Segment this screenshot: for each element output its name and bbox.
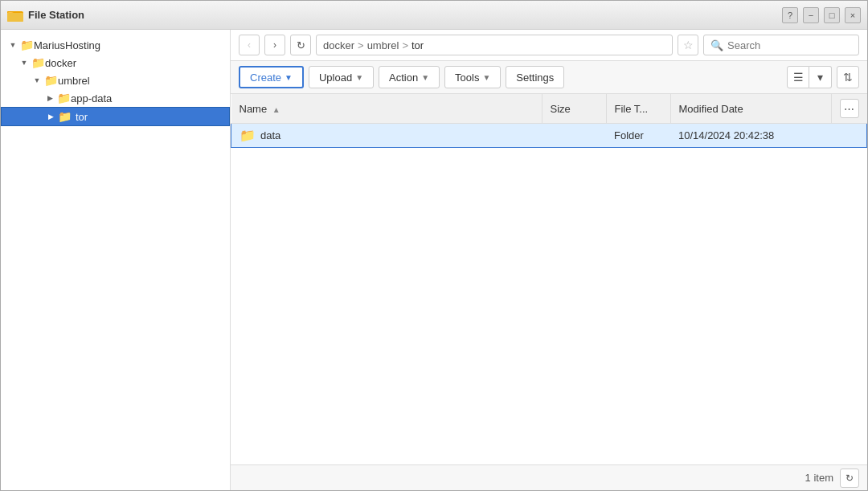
- sidebar: ▼ 📁 MariusHosting ▼ 📁 docker ▼ 📁 umbrel …: [1, 30, 231, 490]
- cell-options: [831, 124, 867, 148]
- refresh-button[interactable]: ↻: [290, 35, 311, 55]
- toggle-icon: ▼: [7, 39, 18, 51]
- sidebar-label: docker: [45, 57, 76, 69]
- sidebar-item-docker[interactable]: ▼ 📁 docker: [1, 54, 230, 72]
- path-segment-umbrel: umbrel: [367, 39, 399, 51]
- cell-filetype: Folder: [606, 124, 670, 148]
- toolbar-actions: Create ▼ Upload ▼ Action ▼ Tools ▼ Setti…: [231, 61, 867, 94]
- sidebar-label: app-data: [71, 92, 112, 104]
- action-button[interactable]: Action ▼: [379, 66, 440, 88]
- sort-button[interactable]: ⇅: [837, 66, 859, 88]
- sidebar-item-umbrel[interactable]: ▼ 📁 umbrel: [1, 72, 230, 89]
- status-refresh-button[interactable]: ↻: [840, 468, 859, 488]
- sidebar-item-tor[interactable]: ▶ 📁 tor: [1, 107, 230, 126]
- settings-button[interactable]: Settings: [506, 66, 564, 88]
- list-view-button[interactable]: ☰: [787, 66, 809, 88]
- toggle-icon: ▼: [31, 75, 43, 86]
- toggle-icon: ▶: [44, 92, 55, 104]
- search-input[interactable]: [727, 39, 852, 51]
- sidebar-item-mariushosting[interactable]: ▼ 📁 MariusHosting: [1, 36, 230, 54]
- sidebar-item-app-data[interactable]: ▶ 📁 app-data: [1, 89, 230, 107]
- window-title: File Station: [28, 9, 782, 21]
- cell-size: [542, 124, 606, 148]
- window-controls: ? − □ ×: [782, 7, 861, 23]
- cell-modified: 10/14/2024 20:42:38: [670, 124, 831, 148]
- toolbar-top: ‹ › ↻ docker > umbrel > tor ☆ 🔍: [231, 30, 867, 61]
- col-name[interactable]: Name ▲: [231, 94, 542, 124]
- col-modified[interactable]: Modified Date: [670, 94, 831, 124]
- upload-button[interactable]: Upload ▼: [309, 66, 374, 88]
- sidebar-label: MariusHosting: [34, 39, 100, 51]
- folder-icon: 📁: [44, 74, 58, 87]
- col-options[interactable]: ⋯: [831, 94, 867, 124]
- right-panel: ‹ › ↻ docker > umbrel > tor ☆ 🔍: [231, 30, 867, 490]
- table-row[interactable]: 📁 data Folder 10/14/2024 20:42:38: [231, 124, 867, 148]
- sidebar-label: tor: [76, 111, 88, 123]
- forward-button[interactable]: ›: [264, 35, 285, 55]
- toggle-icon: ▶: [45, 111, 56, 122]
- status-bar: 1 item ↻: [231, 464, 867, 490]
- folder-icon: 📁: [31, 56, 45, 69]
- action-arrow: ▼: [421, 73, 429, 82]
- tools-label: Tools: [455, 72, 479, 84]
- upload-label: Upload: [319, 72, 352, 84]
- svg-rect-2: [7, 13, 23, 22]
- column-options-button[interactable]: ⋯: [840, 99, 859, 118]
- item-count: 1 item: [805, 472, 833, 484]
- main-content: ▼ 📁 MariusHosting ▼ 📁 docker ▼ 📁 umbrel …: [1, 30, 867, 490]
- view-options-button[interactable]: ▾: [809, 66, 832, 88]
- file-folder-icon: 📁: [240, 128, 256, 143]
- back-button[interactable]: ‹: [239, 35, 260, 55]
- file-station-window: File Station ? − □ × ▼ 📁 MariusHosting ▼…: [0, 0, 868, 491]
- folder-icon: 📁: [20, 39, 34, 51]
- settings-label: Settings: [516, 72, 554, 84]
- toggle-icon: ▼: [18, 57, 30, 68]
- maximize-button[interactable]: □: [824, 7, 840, 23]
- path-segment-tor: tor: [411, 39, 424, 51]
- title-bar: File Station ? − □ ×: [1, 1, 867, 30]
- app-icon: [7, 7, 23, 23]
- col-size[interactable]: Size: [542, 94, 606, 124]
- view-toggle: ☰ ▾: [787, 66, 832, 88]
- help-button[interactable]: ?: [782, 7, 798, 23]
- cell-name: 📁 data: [231, 124, 542, 148]
- sort-asc-icon: ▲: [272, 105, 280, 114]
- folder-icon: 📁: [57, 92, 71, 104]
- action-label: Action: [389, 72, 418, 84]
- path-bar: docker > umbrel > tor: [316, 35, 673, 55]
- close-button[interactable]: ×: [845, 7, 861, 23]
- path-segment-docker: docker: [323, 39, 354, 51]
- path-separator: >: [358, 39, 364, 51]
- file-table: Name ▲ Size File T... Modified Date: [231, 94, 867, 464]
- create-button[interactable]: Create ▼: [239, 66, 304, 88]
- path-separator: >: [402, 39, 408, 51]
- create-label: Create: [250, 72, 281, 84]
- tools-button[interactable]: Tools ▼: [444, 66, 501, 88]
- favorite-button[interactable]: ☆: [678, 35, 698, 55]
- folder-icon: 📁: [58, 110, 72, 123]
- search-icon: 🔍: [710, 39, 723, 51]
- tools-arrow: ▼: [482, 73, 490, 82]
- create-arrow: ▼: [285, 73, 293, 82]
- sidebar-label: umbrel: [58, 75, 90, 87]
- col-filetype[interactable]: File T...: [606, 94, 670, 124]
- search-box: 🔍: [703, 35, 859, 55]
- upload-arrow: ▼: [355, 73, 363, 82]
- minimize-button[interactable]: −: [803, 7, 819, 23]
